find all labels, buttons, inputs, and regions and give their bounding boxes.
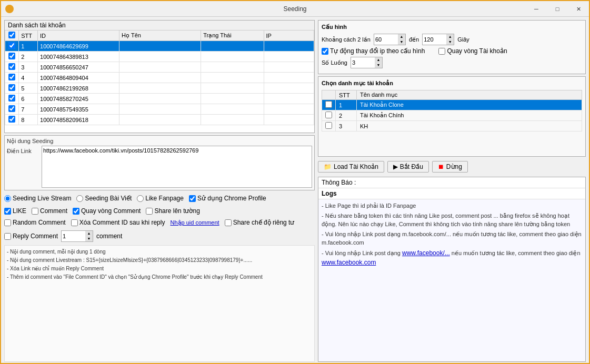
khoang-cach-from-input[interactable] [374,36,398,43]
radio-bai-viet-input[interactable] [76,195,83,202]
khoang-cach-to-spinner[interactable]: ▲ ▼ [422,34,454,45]
table-row[interactable]: 2 100074864389813 [5,52,314,62]
reply-spinner[interactable]: ▲ ▼ [61,230,93,242]
radio-seeding-live[interactable]: Seeding Live Stream [4,195,71,202]
cat-checkbox[interactable] [325,112,332,118]
load-tai-khoan-button[interactable]: 📁 Load Tài Khoản [318,161,384,173]
row-id: 100074864809404 [38,73,119,83]
row-checkbox[interactable] [8,116,15,123]
table-row[interactable]: 4 100074864809404 [5,73,314,83]
check-chrome-profile[interactable]: Sử dụng Chrome Profile [189,195,266,202]
row-ho-ten [119,41,201,52]
table-row[interactable]: 5 100074862199268 [5,83,314,94]
nhap-uid-link[interactable]: Nhập uid comment [170,219,219,226]
note-line: - Nội dung comment Livestream : S15+{siz… [7,256,312,265]
select-all-checkbox[interactable] [8,32,15,38]
cat-table-row[interactable]: 1 Tài Khoản Clone [322,100,582,110]
radio-like-fanpage[interactable]: Like Fanpage [137,195,184,202]
row-checkbox[interactable] [8,42,15,49]
chrome-profile-checkbox[interactable] [189,195,196,202]
so-luong-input[interactable] [351,59,375,66]
row-checkbox[interactable] [8,53,15,59]
row-id: 100074864389813 [38,52,119,62]
quay-vong-checkbox[interactable] [73,208,79,215]
comment-checkbox[interactable] [32,208,38,215]
check-xoa-comment[interactable]: Xóa Comment ID sau khi reply [71,219,165,226]
maximize-button[interactable]: □ [547,1,568,17]
bat-dau-button[interactable]: ▶ Bắt Đầu [387,161,429,173]
kc-from-down[interactable]: ▼ [398,39,405,45]
row-trang-thai [201,83,264,94]
row-trang-thai [201,73,264,83]
cat-table-row[interactable]: 3 KH [322,121,582,132]
table-row[interactable]: 8 100074858209618 [5,115,314,125]
reply-count-input[interactable] [62,232,85,240]
so-luong-up[interactable]: ▲ [375,57,382,63]
check-random-comment[interactable]: Random Comment [4,219,66,226]
close-button[interactable]: ✕ [568,1,589,17]
logs-label: Logs [318,188,585,199]
check-tu-dong-ip[interactable]: Tự động thay đổi ip theo cấu hình [322,47,425,55]
reply-spinner-down[interactable]: ▼ [85,236,93,241]
check-quay-vong[interactable]: Quay vòng Comment [73,207,141,215]
row-checkbox[interactable] [8,95,15,102]
accounts-table-container[interactable]: STT ID Họ Tên Trạng Thái IP 1 1000748646… [5,30,314,133]
dien-link-label: Điền Link [7,146,38,155]
radio-like-fanpage-input[interactable] [137,195,144,202]
log-link-3[interactable]: www.facebook.com [322,259,376,266]
noi-dung-row: Điền Link [7,146,312,188]
check-share[interactable]: Share lên tường [146,207,199,215]
comment-label: Comment [40,207,67,215]
check-quay-vong-tk[interactable]: Quay vòng Tài khoản [438,47,507,55]
row-ip [264,62,314,73]
kc-to-up[interactable]: ▲ [446,34,454,39]
config-title: Cấu hình [322,24,582,31]
check-like[interactable]: LIKE [4,207,26,215]
share-che-do-checkbox[interactable] [225,219,232,226]
row-checkbox[interactable] [8,84,15,91]
row-trang-thai [201,115,264,125]
logs-container[interactable]: - Like Page thì id phải là ID Fanpage- N… [318,199,585,361]
like-checkbox[interactable] [4,208,11,215]
window-controls: ─ □ ✕ [526,1,589,17]
dung-button[interactable]: ⏹ Dừng [432,161,468,173]
row-checkbox[interactable] [8,63,15,70]
radio-live-input[interactable] [4,195,11,202]
log-link-2[interactable]: www.facebook/... [402,249,450,257]
so-luong-spinner[interactable]: ▲ ▼ [351,57,383,68]
kc-from-up[interactable]: ▲ [398,34,405,39]
so-luong-down[interactable]: ▼ [375,63,382,68]
check-reply-comment[interactable]: Reply Comment [4,232,58,240]
row-checkbox-cell [5,73,19,83]
noi-dung-section: Nội dung Seeding Điền Link [4,135,315,190]
reply-comment-checkbox[interactable] [4,233,11,240]
table-row[interactable]: 1 100074864629699 [5,41,314,52]
table-row[interactable]: 3 100074856650247 [5,62,314,73]
quay-vong-tk-checkbox[interactable] [438,48,445,55]
row-ip [264,94,314,104]
table-row[interactable]: 6 100074858270245 [5,94,314,104]
radio-seeding-bai-viet[interactable]: Seeding Bài Viết [76,195,132,202]
cat-table-container[interactable]: STT Tên danh mục 1 Tài Khoản Clone 2 Tài… [322,90,582,153]
share-checkbox[interactable] [146,208,153,215]
cat-table-row[interactable]: 2 Tài Khoản Chính [322,110,582,121]
reply-spinner-up[interactable]: ▲ [85,231,93,236]
row-id: 100074858209618 [38,115,119,125]
kc-to-down[interactable]: ▼ [446,39,454,45]
row-ip [264,115,314,125]
row-checkbox[interactable] [8,74,15,80]
check-share-che-do[interactable]: Share chế độ riêng tư [225,219,295,226]
row-checkbox[interactable] [8,105,15,112]
check-comment[interactable]: Comment [32,207,67,215]
cat-checkbox[interactable] [325,101,332,108]
xoa-comment-checkbox[interactable] [71,219,78,226]
khoang-cach-to-input[interactable] [423,36,446,43]
khoang-cach-from-spinner[interactable]: ▲ ▼ [374,34,406,45]
khoang-cach-from-btns: ▲ ▼ [398,34,405,45]
random-comment-checkbox[interactable] [4,219,11,226]
cat-checkbox[interactable] [325,122,332,129]
tu-dong-ip-checkbox[interactable] [322,48,328,55]
minimize-button[interactable]: ─ [526,1,547,17]
table-row[interactable]: 7 100074857549355 [5,104,314,115]
link-input[interactable] [42,146,312,188]
